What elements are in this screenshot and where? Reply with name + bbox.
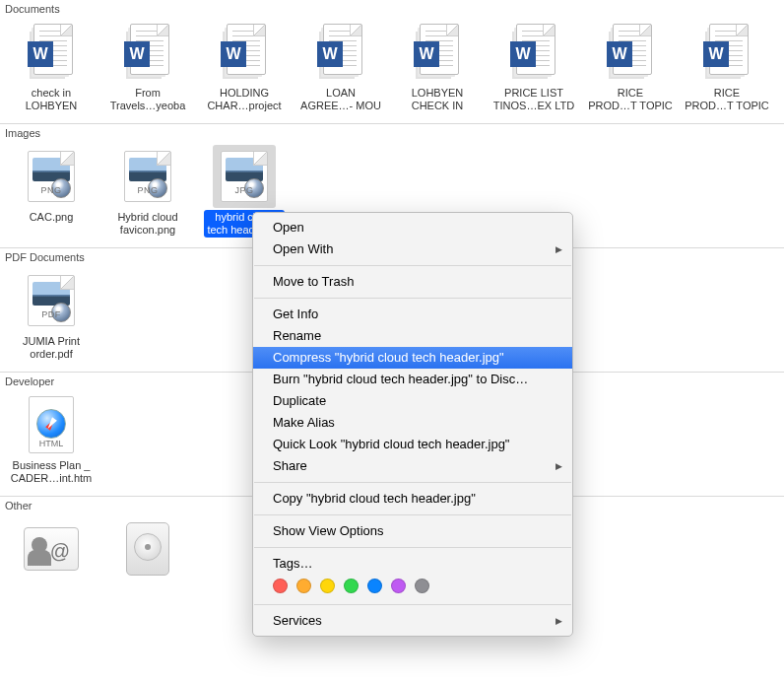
section-documents: Documents W check inLOHBYEN W FromTravel…	[0, 0, 784, 124]
word-doc-icon: W	[695, 21, 758, 84]
menu-open[interactable]: Open	[253, 217, 572, 239]
documents-grid: W check inLOHBYEN W FromTravels…yeoba W …	[0, 19, 784, 117]
menu-open-with[interactable]: Open With	[253, 239, 572, 260]
menu-separator	[254, 514, 571, 515]
menu-separator	[254, 265, 571, 266]
menu-share[interactable]: Share	[253, 455, 572, 477]
file-label: LOANAGREE…- MOU	[297, 86, 384, 113]
menu-quick-look[interactable]: Quick Look "hybrid cloud tech header.jpg…	[253, 434, 572, 455]
file-label: FromTravels…yeoba	[107, 86, 189, 113]
menu-duplicate[interactable]: Duplicate	[253, 390, 572, 412]
menu-burn[interactable]: Burn "hybrid cloud tech header.jpg" to D…	[253, 369, 572, 390]
pdf-file-icon: PDF	[20, 269, 83, 332]
word-doc-icon: W	[309, 21, 372, 84]
menu-move-to-trash[interactable]: Move to Trash	[253, 271, 572, 293]
tag-green[interactable]	[344, 579, 359, 593]
file-label: PRICE LISTTINOS…EX LTD	[490, 86, 577, 113]
tag-gray[interactable]	[415, 579, 429, 593]
menu-services[interactable]: Services	[253, 610, 572, 632]
file-item[interactable]: W PRICE LISTTINOS…EX LTD	[486, 21, 582, 113]
file-label: check inLOHBYEN	[23, 86, 81, 113]
tag-purple[interactable]	[391, 579, 406, 593]
file-label: HOLDINGCHAR…project	[204, 86, 284, 113]
image-file-icon: PNG	[116, 145, 179, 208]
menu-separator	[254, 482, 571, 483]
tag-yellow[interactable]	[320, 579, 335, 593]
file-label: CAC.png	[27, 210, 77, 225]
word-doc-icon: W	[406, 21, 469, 84]
file-label: Business Plan _CADER…int.htm	[8, 458, 96, 486]
menu-copy[interactable]: Copy "hybrid cloud tech header.jpg"	[253, 488, 572, 510]
menu-compress[interactable]: Compress "hybrid cloud tech header.jpg"	[253, 347, 572, 369]
tag-blue[interactable]	[367, 579, 382, 593]
disk-image-icon	[116, 517, 179, 580]
section-header-documents: Documents	[0, 0, 784, 19]
file-item[interactable]: HTML Business Plan _CADER…int.htm	[3, 393, 99, 486]
file-label: RICEPROD…T TOPIC	[682, 86, 772, 113]
tag-red[interactable]	[273, 579, 288, 593]
html-file-icon: HTML	[20, 393, 83, 456]
image-file-icon: PNG	[20, 145, 83, 208]
word-doc-icon: W	[116, 21, 179, 84]
menu-separator	[254, 298, 571, 299]
file-item[interactable]: W HOLDINGCHAR…project	[196, 21, 293, 113]
menu-tag-colors	[253, 575, 572, 599]
menu-separator	[254, 547, 571, 548]
section-header-images: Images	[0, 124, 784, 143]
file-label: Hybrid cloudfavicon.png	[114, 210, 180, 238]
file-item[interactable]: W RICEPROD…T TOPIC	[582, 21, 679, 113]
menu-make-alias[interactable]: Make Alias	[253, 412, 572, 434]
file-item[interactable]: PDF JUMIA Printorder.pdf	[3, 269, 99, 362]
file-item[interactable]	[99, 517, 196, 580]
file-label: LOHBYENCHECK IN	[409, 86, 467, 113]
file-label: RICEPROD…T TOPIC	[585, 86, 676, 113]
menu-tags-label[interactable]: Tags…	[253, 553, 572, 575]
word-doc-icon: W	[20, 21, 83, 84]
image-file-icon: JPG	[213, 145, 276, 208]
menu-view-options[interactable]: Show View Options	[253, 520, 572, 542]
file-item[interactable]: W LOHBYENCHECK IN	[389, 21, 486, 113]
tag-orange[interactable]	[296, 579, 311, 593]
file-item[interactable]: W check inLOHBYEN	[3, 21, 99, 113]
file-label: JUMIA Printorder.pdf	[20, 334, 83, 362]
context-menu: Open Open With Move to Trash Get Info Re…	[252, 212, 573, 637]
menu-get-info[interactable]: Get Info	[253, 304, 572, 325]
menu-separator	[254, 604, 571, 605]
vcard-icon: @	[20, 517, 83, 580]
word-doc-icon: W	[599, 21, 662, 84]
file-item[interactable]: W FromTravels…yeoba	[99, 21, 196, 113]
word-doc-icon: W	[213, 21, 276, 84]
file-item[interactable]: W LOANAGREE…- MOU	[293, 21, 389, 113]
file-item[interactable]: PNG CAC.png	[3, 145, 99, 238]
file-item[interactable]: W RICEPROD…T TOPIC	[679, 21, 775, 113]
menu-rename[interactable]: Rename	[253, 325, 572, 347]
file-item[interactable]: @	[3, 517, 99, 580]
word-doc-icon: W	[502, 21, 565, 84]
file-item[interactable]: PNG Hybrid cloudfavicon.png	[99, 145, 196, 238]
